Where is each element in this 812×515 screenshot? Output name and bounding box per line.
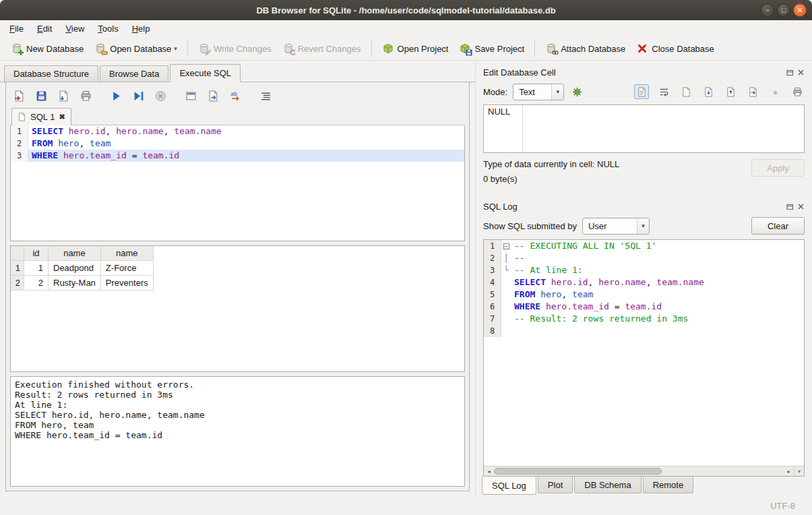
table-cell[interactable]: Z-Force [100,261,153,276]
tab-plot[interactable]: Plot [538,477,573,493]
scroll-right-icon[interactable]: ▸ [784,466,794,476]
print-cell-button[interactable] [790,84,805,99]
menu-view[interactable]: View [59,22,91,36]
main-tab-area: Database Structure Browse Data Execute S… [0,61,475,496]
close-icon[interactable] [797,69,805,76]
app-window: DB Browser for SQLite - /home/user/code/… [0,0,812,515]
chevron-down-icon[interactable]: ▾ [174,45,177,52]
fold-marker[interactable]: − [501,240,511,252]
new-database-label: New Database [26,44,84,54]
table-cell[interactable]: Deadpond [49,261,101,276]
code-line[interactable]: 3WHERE hero.team_id = team.id [11,150,464,162]
save-project-button[interactable]: Save Project [454,40,530,57]
table-cell[interactable]: Preventers [100,276,153,291]
maximize-button[interactable]: □ [777,3,790,17]
code-line[interactable]: 1SELECT hero.id, hero.name, team.name [11,125,464,138]
close-tab-icon[interactable]: ✖ [59,113,65,121]
code-line[interactable]: 3└-- At line 1: [484,264,804,276]
save-icon [748,87,758,97]
format-sql-button[interactable] [257,88,274,105]
export-results-button[interactable] [204,88,222,105]
export-sql-button[interactable] [55,88,72,105]
code-line[interactable]: 2│-- [484,252,804,264]
menu-edit[interactable]: Edit [30,22,59,36]
sql-log-view[interactable]: 1−-- EXECUTING ALL IN 'SQL 1'2│--3└-- At… [483,239,805,477]
table-cell[interactable]: 2 [24,276,49,291]
float-icon[interactable] [786,203,794,210]
row-number[interactable]: 1 [11,261,24,276]
code-text: -- Result: 2 rows returned in 3ms [511,313,804,325]
mode-select[interactable]: Text ▾ [513,84,564,100]
log-filter-select[interactable]: User ▾ [582,218,650,235]
save-cell-button[interactable] [745,84,760,99]
code-text [511,325,804,337]
export-to-file-button[interactable] [723,84,738,99]
code-text: SELECT hero.id, hero.name, team.name [511,276,804,289]
close-icon[interactable] [797,203,805,210]
fold-marker [501,301,511,313]
document-icon [18,113,26,121]
tab-db-schema[interactable]: DB Schema [574,477,641,493]
import-from-file-button[interactable] [701,84,716,99]
code-line[interactable]: 8 [484,325,804,337]
horizontal-scrollbar[interactable]: ◂ ▸ ▾ [484,466,804,476]
menu-tools[interactable]: Tools [91,22,125,36]
attach-database-button[interactable]: Attach Database [540,40,631,57]
export-results-icon [208,90,219,102]
minimize-button[interactable]: − [761,3,774,17]
tab-database-structure[interactable]: Database Structure [4,65,98,82]
open-database-button[interactable]: Open Database ▾ [89,40,183,57]
tab-sql-log[interactable]: SQL Log [482,477,536,495]
save-sql-file-button[interactable] [32,88,50,105]
execute-all-button[interactable] [107,88,125,105]
close-database-icon [636,42,648,55]
save-project-icon [459,42,471,55]
code-text: FROM hero, team [28,138,464,150]
menu-help[interactable]: Help [125,22,157,36]
sql-editor[interactable]: 1SELECT hero.id, hero.name, team.name2FR… [10,125,465,241]
titlebar[interactable]: DB Browser for SQLite - /home/user/code/… [0,0,812,20]
print-sql-button[interactable] [77,88,94,105]
column-header[interactable]: name [49,246,101,261]
column-header[interactable]: id [24,246,49,261]
float-icon[interactable] [786,69,794,76]
execute-current-line-button[interactable] [129,88,147,105]
row-number[interactable]: 2 [11,276,24,291]
open-project-button[interactable]: Open Project [377,40,454,57]
find-replace-button[interactable]: ab [226,88,244,105]
tab-browse-data[interactable]: Browse Data [100,65,168,82]
cell-size-info: 0 byte(s) [483,174,619,184]
clear-log-button[interactable]: Clear [751,217,805,235]
statusbar: UTF-8 [0,496,812,515]
tab-remote[interactable]: Remote [643,477,694,493]
scrollbar-track[interactable] [494,466,784,476]
scroll-left-icon[interactable]: ◂ [484,466,494,476]
sql-tab[interactable]: SQL 1 ✖ [11,108,71,125]
code-line[interactable]: 1−-- EXECUTING ALL IN 'SQL 1' [484,240,804,252]
column-header[interactable]: name [100,246,153,261]
table-cell[interactable]: Rusty-Man [49,276,101,291]
word-wrap-button[interactable] [656,84,671,99]
code-line[interactable]: 6WHERE hero.team_id = team.id [484,301,804,313]
encoding-indicator[interactable]: UTF-8 [770,501,795,511]
code-line[interactable]: 2FROM hero, team [11,138,464,150]
table-cell[interactable]: 1 [24,261,49,276]
tab-execute-sql[interactable]: Execute SQL [170,64,241,82]
code-line[interactable]: 4SELECT hero.id, hero.name, team.name [484,276,804,289]
close-button[interactable]: ✕ [793,3,807,17]
main-toolbar: New Database Open Database ▾ Write Chang… [0,37,812,61]
open-sql-file-button[interactable] [10,88,28,105]
menu-file[interactable]: File [3,22,30,36]
new-database-button[interactable]: New Database [5,40,89,57]
code-line[interactable]: 5FROM hero, team [484,289,804,301]
open-in-editor-button[interactable] [679,84,693,99]
close-database-button[interactable]: Close Database [631,40,720,57]
code-line[interactable]: 7-- Result: 2 rows returned in 3ms [484,313,804,325]
cell-editor-content[interactable] [523,105,804,152]
scrollbar-thumb[interactable] [494,468,662,475]
execution-output[interactable]: Execution finished without errors. Resul… [10,376,465,487]
cell-settings-button[interactable] [569,84,584,99]
cell-editor[interactable]: NULL [483,104,805,153]
new-sql-tab-button[interactable] [182,88,199,105]
text-mode-button[interactable] [634,84,649,99]
